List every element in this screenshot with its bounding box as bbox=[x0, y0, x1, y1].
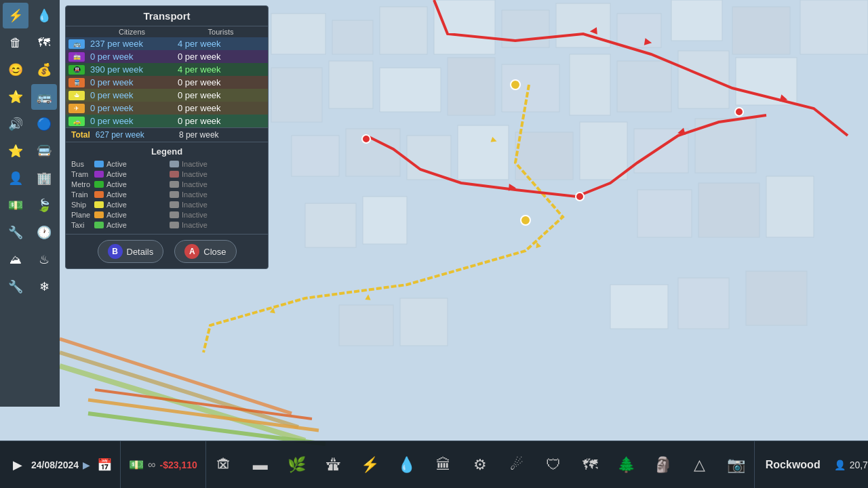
leaf-sidebar-icon[interactable]: 🍃 bbox=[31, 192, 57, 218]
play-button[interactable]: ▶ bbox=[8, 455, 27, 474]
lightning-sidebar-icon[interactable]: ⚡ bbox=[3, 3, 28, 28]
ship-citizens: 0 per week bbox=[87, 90, 178, 100]
svg-rect-5 bbox=[502, 10, 549, 47]
svg-rect-29 bbox=[363, 197, 407, 244]
svg-rect-18 bbox=[678, 51, 729, 108]
finance-sidebar-icon[interactable]: 💵 bbox=[3, 192, 28, 218]
table-row[interactable]: 🚆 0 per week 0 per week bbox=[66, 76, 268, 89]
decoration-tool-btn[interactable]: ⚙ bbox=[462, 447, 498, 483]
svg-rect-13 bbox=[380, 68, 441, 112]
svg-text:▶: ▶ bbox=[509, 181, 517, 192]
money-sidebar-icon[interactable]: 💰 bbox=[31, 57, 57, 83]
heat-sidebar-icon[interactable]: ♨ bbox=[31, 247, 57, 272]
svg-rect-31 bbox=[698, 183, 760, 237]
table-row[interactable]: ⛴ 0 per week 0 per week bbox=[66, 89, 268, 102]
map-sidebar-icon[interactable]: 🗺 bbox=[31, 30, 57, 56]
svg-rect-30 bbox=[637, 190, 692, 237]
building-sidebar-icon[interactable]: 🏢 bbox=[31, 165, 57, 191]
svg-rect-7 bbox=[617, 14, 661, 47]
train-tourists: 0 per week bbox=[178, 77, 265, 87]
tram-citizens: 0 per week bbox=[87, 52, 178, 62]
road-tool-btn[interactable]: 🛣 bbox=[316, 447, 351, 483]
transport-sidebar-icon[interactable]: 🚌 bbox=[31, 84, 57, 110]
calendar-button[interactable]: 📅 bbox=[97, 458, 112, 472]
table-row[interactable]: ✈ 0 per week 0 per week bbox=[66, 102, 268, 115]
happy-sidebar-icon[interactable]: 😊 bbox=[3, 57, 28, 83]
person-sidebar-icon[interactable]: 👤 bbox=[3, 165, 28, 191]
list-item: Tram Active bbox=[71, 169, 164, 179]
left-sidebar: ⚡ 💧 🗑 🗺 😊 💰 ⭐ 🚌 🔊 🔵 ⭐ 🚍 👤 🏢 💵 🍃 🔧 🕐 ⛰ ♨ … bbox=[0, 0, 60, 407]
list-item: Metro Active bbox=[71, 180, 164, 189]
population-section: 👤 20,739 +128 bbox=[834, 460, 868, 470]
plane-active-label: Active bbox=[106, 211, 127, 219]
tram-inactive-label: Inactive bbox=[182, 170, 208, 178]
panel-buttons: B Details A Close bbox=[66, 234, 268, 268]
total-label: Total bbox=[71, 130, 90, 140]
achievement-sidebar-icon[interactable]: ⭐ bbox=[3, 138, 28, 164]
bottom-toolbar: 🏚 ▬ 🌿 🛣 ⚡ 💧 🏛 ⚙ ☄ 🛡 🗺 🌲 🗿 △ 📷 bbox=[206, 441, 754, 488]
legend-section: Legend Bus Active Inactive Tram Active bbox=[66, 142, 268, 234]
bulldoze-tool-btn[interactable]: 🏚 bbox=[206, 447, 241, 483]
list-item: Inactive bbox=[170, 180, 262, 189]
monument-tool-btn[interactable]: 🗿 bbox=[646, 447, 681, 483]
water-sidebar-icon[interactable]: 💧 bbox=[31, 3, 57, 28]
population-icon: 👤 bbox=[834, 460, 846, 470]
bottom-bar: ▶ 24/08/2024 ▶ 📅 💵 ∞ -$23,110 🏚 ▬ 🌿 🛣 ⚡ … bbox=[0, 441, 868, 488]
triangle-tool-btn[interactable]: △ bbox=[682, 447, 717, 483]
nature-tool-btn[interactable]: 🌲 bbox=[609, 447, 644, 483]
park-tool-btn[interactable]: 🌿 bbox=[279, 447, 315, 483]
svg-rect-36 bbox=[678, 278, 729, 329]
close-button[interactable]: A Close bbox=[174, 240, 236, 263]
train-inactive-color bbox=[170, 191, 179, 198]
metro-active-label: Active bbox=[106, 180, 127, 188]
info-tool-btn[interactable]: 🗺 bbox=[572, 447, 608, 483]
plane-active-color bbox=[94, 211, 104, 218]
table-row[interactable]: 🚇 390 per week 4 per week bbox=[66, 63, 268, 76]
svg-point-45 bbox=[735, 108, 743, 116]
wrench-sidebar-icon[interactable]: 🔧 bbox=[3, 220, 28, 245]
total-tourists: 8 per week bbox=[179, 130, 262, 140]
time-sidebar-icon[interactable]: 🕐 bbox=[31, 220, 57, 245]
tram-active-label: Active bbox=[106, 170, 127, 178]
table-row[interactable]: 🚕 0 per week 0 per week bbox=[66, 115, 268, 127]
close-label: Close bbox=[203, 247, 226, 257]
policy-sidebar-icon[interactable]: 🔵 bbox=[31, 111, 57, 137]
metro-citizens: 390 per week bbox=[87, 64, 178, 75]
trash-sidebar-icon[interactable]: 🗑 bbox=[3, 30, 28, 56]
ship-inactive-color bbox=[170, 201, 179, 208]
tram-active-color bbox=[94, 171, 104, 178]
svg-rect-17 bbox=[617, 61, 671, 112]
policy-tool-btn[interactable]: 🛡 bbox=[536, 447, 571, 483]
disaster-tool-btn[interactable]: ☄ bbox=[499, 447, 534, 483]
ship-icon: ⛴ bbox=[68, 91, 85, 100]
svg-rect-9 bbox=[732, 7, 790, 54]
money-balance: -$23,110 bbox=[159, 460, 197, 470]
city-name: Rockwood bbox=[766, 459, 821, 471]
water-tool-btn[interactable]: 💧 bbox=[389, 447, 425, 483]
sound-sidebar-icon[interactable]: 🔊 bbox=[3, 111, 28, 137]
bus2-sidebar-icon[interactable]: 🚍 bbox=[31, 138, 57, 164]
camera-tool-btn[interactable]: 📷 bbox=[719, 447, 754, 483]
transport-panel: Transport Citizens Tourists 🚌 237 per we… bbox=[65, 5, 269, 269]
list-item: Inactive bbox=[170, 220, 262, 230]
bus-citizens: 237 per week bbox=[87, 39, 178, 49]
service-tool-btn[interactable]: 🏛 bbox=[426, 447, 461, 483]
metro-inactive-label: Inactive bbox=[182, 180, 208, 188]
speed-right-button[interactable]: ▶ bbox=[83, 460, 90, 470]
plane-citizens: 0 per week bbox=[87, 103, 178, 113]
tools-sidebar-icon[interactable]: 🔧 bbox=[3, 274, 28, 300]
terrain-sidebar-icon[interactable]: ⛰ bbox=[3, 247, 28, 272]
tourists-col-header: Tourists bbox=[176, 28, 265, 36]
zone-tool-btn[interactable]: ▬ bbox=[243, 447, 278, 483]
population-value: 20,739 bbox=[850, 460, 868, 470]
details-button[interactable]: B Details bbox=[98, 240, 164, 263]
list-item: Inactive bbox=[170, 210, 262, 220]
table-row[interactable]: 🚌 237 per week 4 per week bbox=[66, 37, 268, 50]
power-tool-btn[interactable]: ⚡ bbox=[353, 447, 388, 483]
svg-point-42 bbox=[521, 216, 530, 225]
list-item: Ship Active bbox=[71, 200, 164, 209]
snowflake-sidebar-icon[interactable]: ❄ bbox=[31, 274, 57, 300]
table-row[interactable]: 🚋 0 per week 0 per week bbox=[66, 50, 268, 63]
metro-active-color bbox=[94, 181, 104, 188]
star-sidebar-icon[interactable]: ⭐ bbox=[3, 84, 28, 110]
